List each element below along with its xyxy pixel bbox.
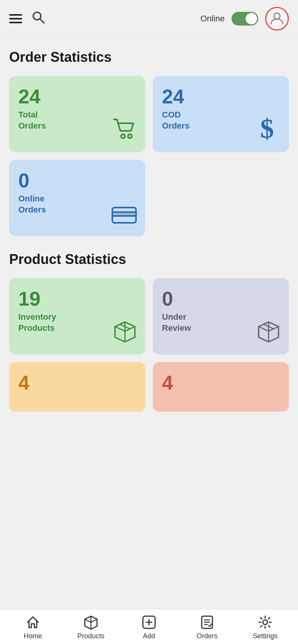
- nav-item-home[interactable]: Home: [4, 615, 62, 640]
- online-orders-number: 0: [18, 171, 136, 190]
- bottom-navigation: Home Products Add: [0, 609, 298, 644]
- user-avatar[interactable]: [265, 7, 289, 31]
- svg-line-1: [40, 19, 44, 23]
- toggle-knob: [246, 13, 257, 24]
- product-statistics-title: Product Statistics: [9, 251, 289, 267]
- products-icon: [83, 615, 99, 630]
- nav-settings-label: Settings: [253, 632, 277, 640]
- salmon-number: 4: [162, 373, 280, 393]
- box-green-icon: [113, 319, 138, 345]
- under-review-card[interactable]: 0 UnderReview: [153, 278, 289, 354]
- settings-icon: [258, 615, 273, 630]
- cod-orders-number: 24: [162, 87, 280, 106]
- search-icon[interactable]: [31, 10, 45, 27]
- add-icon: [141, 615, 157, 630]
- nav-item-add[interactable]: Add: [120, 615, 178, 640]
- nav-item-orders[interactable]: Orders: [178, 615, 236, 640]
- online-orders-card[interactable]: 0 OnlineOrders: [9, 160, 145, 236]
- header-right: Online: [200, 7, 289, 31]
- inventory-number: 19: [18, 289, 136, 309]
- product-stats-row1: 19 InventoryProducts 0 UnderReview: [9, 278, 289, 354]
- nav-item-settings[interactable]: Settings: [236, 615, 294, 640]
- total-orders-card[interactable]: 24 TotalOrders: [9, 76, 145, 152]
- orange-number: 4: [18, 373, 136, 393]
- nav-home-label: Home: [24, 632, 42, 640]
- order-stats-row1: 24 TotalOrders 24 CODOrders $: [9, 76, 289, 152]
- menu-icon[interactable]: [9, 14, 22, 23]
- box-gray-icon: [256, 319, 281, 345]
- online-label: Online: [200, 14, 225, 24]
- header-left: [9, 10, 193, 27]
- orders-icon: [199, 615, 215, 630]
- app-header: Online: [0, 0, 298, 38]
- total-orders-number: 24: [18, 87, 136, 106]
- svg-point-14: [263, 620, 267, 625]
- salmon-stat-card[interactable]: 4: [153, 362, 289, 412]
- orange-stat-card[interactable]: 4: [9, 362, 145, 412]
- dollar-icon: $: [258, 115, 281, 143]
- svg-point-2: [274, 13, 280, 19]
- order-stats-row2: 0 OnlineOrders: [9, 160, 289, 236]
- nav-add-label: Add: [143, 632, 155, 640]
- order-statistics-title: Order Statistics: [9, 49, 289, 65]
- cart-icon: [111, 115, 138, 143]
- cod-orders-card[interactable]: 24 CODOrders $: [153, 76, 289, 152]
- inventory-products-card[interactable]: 19 InventoryProducts: [9, 278, 145, 354]
- svg-point-3: [121, 134, 125, 138]
- nav-products-label: Products: [77, 632, 104, 640]
- under-review-number: 0: [162, 289, 280, 309]
- nav-item-products[interactable]: Products: [62, 615, 120, 640]
- person-icon: [270, 11, 284, 27]
- svg-text:$: $: [260, 115, 274, 142]
- product-stats-row2: 4 4: [9, 362, 289, 412]
- main-content: Order Statistics 24 TotalOrders 24 CODOr…: [0, 38, 298, 609]
- home-icon: [25, 615, 40, 630]
- svg-point-4: [128, 134, 132, 138]
- online-toggle[interactable]: [232, 12, 258, 26]
- nav-orders-label: Orders: [196, 632, 217, 640]
- credit-card-icon: [111, 204, 138, 227]
